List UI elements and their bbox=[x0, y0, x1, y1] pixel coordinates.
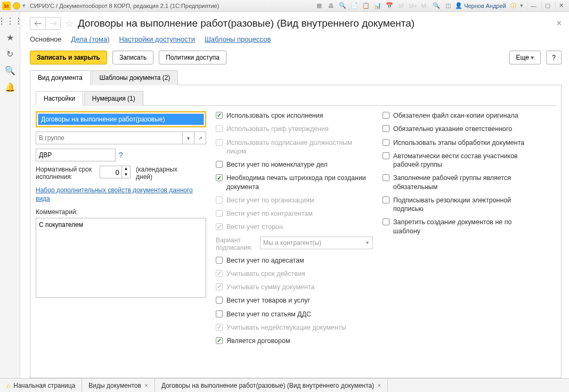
checkbox-box[interactable] bbox=[383, 218, 389, 225]
checkbox-box[interactable] bbox=[383, 112, 389, 119]
main-content: 🡠 🡢 ☆ Договоры на выполнение работ(разов… bbox=[20, 12, 569, 378]
checkbox-d5[interactable]: Заполнение рабочей группы является обяза… bbox=[383, 174, 534, 191]
checkbox-label: Использовать этапы обработки документа bbox=[393, 138, 524, 147]
close-window-button[interactable]: ✕ bbox=[555, 2, 567, 10]
toolbar-icon[interactable]: ▦ bbox=[314, 1, 324, 11]
more-button[interactable]: Еще bbox=[509, 51, 541, 64]
calc-icon[interactable]: 📊 bbox=[373, 1, 383, 11]
checkbox-c3: Использовать подписание должностным лицо… bbox=[216, 138, 373, 156]
favorite-star-icon[interactable]: ☆ bbox=[65, 18, 74, 29]
close-page-button[interactable]: × bbox=[557, 19, 562, 28]
panel-icon[interactable]: ◫ bbox=[443, 1, 453, 11]
tab-doctype[interactable]: Вид документа bbox=[30, 70, 91, 85]
checkbox-c12[interactable]: Вести учет товаров и услуг bbox=[216, 296, 373, 305]
calendar-icon[interactable]: 📅 bbox=[385, 1, 394, 11]
checkbox-c10: Учитывать срок действия bbox=[216, 270, 373, 278]
print-icon[interactable]: 🖶 bbox=[326, 1, 336, 11]
history-icon[interactable]: ↻ bbox=[6, 49, 13, 59]
user-label[interactable]: 👤Чернов Андрей bbox=[455, 2, 506, 9]
checkbox-c9[interactable]: Вести учет по адресатам bbox=[216, 256, 373, 265]
checkbox-box[interactable] bbox=[216, 311, 223, 317]
nav-templates[interactable]: Шаблоны процессов bbox=[205, 35, 271, 43]
checkbox-d2[interactable]: Обязательно указание ответственного bbox=[383, 125, 534, 133]
window-title: СИРИУС / Документооборот 8 КОРП, редакци… bbox=[30, 3, 219, 9]
subtab-settings[interactable]: Настройки bbox=[36, 91, 83, 106]
copy-icon[interactable]: 📋 bbox=[361, 1, 371, 11]
notifications-icon[interactable]: 🔔 bbox=[5, 82, 15, 92]
minimize-button[interactable]: — bbox=[527, 2, 539, 10]
back-button[interactable]: 🡠 bbox=[30, 18, 45, 29]
checkbox-label: Вести учет по адресатам bbox=[226, 256, 304, 265]
tab-doc-templates[interactable]: Шаблоны документа (2) bbox=[92, 70, 178, 85]
mem-m-icon[interactable]: М bbox=[396, 1, 406, 11]
zoom-icon[interactable]: 🔍 bbox=[432, 1, 441, 11]
save-and-close-button[interactable]: Записать и закрыть bbox=[30, 51, 107, 64]
checkbox-box[interactable] bbox=[383, 152, 389, 159]
sections-icon[interactable]: ⋮⋮⋮ bbox=[0, 16, 23, 26]
group-dropdown-button[interactable]: ▾ bbox=[183, 132, 194, 144]
checkbox-d1[interactable]: Обязателен файл скан-копии оригинала bbox=[383, 111, 534, 120]
close-tab-icon[interactable]: × bbox=[377, 382, 381, 389]
norm-spinner[interactable]: ▲▼ bbox=[100, 166, 131, 178]
code-input[interactable] bbox=[36, 149, 116, 161]
checkbox-box[interactable] bbox=[216, 112, 223, 119]
close-tab-icon[interactable]: × bbox=[144, 382, 148, 389]
checks-column-2: Использовать срок исполненияИспользовать… bbox=[216, 111, 373, 350]
info-dropdown-icon[interactable]: ▾ bbox=[520, 2, 525, 9]
forward-button[interactable]: 🡢 bbox=[45, 18, 60, 29]
titlebar-dropdown-icon[interactable]: ▾ bbox=[22, 2, 28, 9]
search-sidebar-icon[interactable]: 🔍 bbox=[5, 66, 15, 76]
mem-mplus-icon[interactable]: М+ bbox=[408, 1, 418, 11]
app-logo-icon: 1c bbox=[2, 2, 11, 10]
app-round-icon bbox=[13, 2, 20, 10]
nav-main[interactable]: Основное bbox=[30, 35, 62, 43]
bottom-tab-doctypes[interactable]: Виды документов× bbox=[82, 379, 155, 392]
search-icon[interactable]: 🔍 bbox=[338, 1, 347, 11]
norm-value-input[interactable] bbox=[100, 166, 122, 178]
comment-textarea[interactable]: С покупателем bbox=[36, 218, 206, 298]
save-button[interactable]: Записать bbox=[112, 51, 153, 64]
info-icon[interactable]: ⓘ bbox=[508, 1, 518, 11]
variant-value: Мы и контрагент(ы) bbox=[263, 239, 321, 247]
checkbox-d3[interactable]: Использовать этапы обработки документа bbox=[383, 138, 534, 147]
doc-icon[interactable]: 📄 bbox=[349, 1, 359, 11]
checkbox-box[interactable] bbox=[383, 125, 389, 132]
norm-label: Нормативный срок исполнения: bbox=[36, 166, 94, 181]
checkbox-box[interactable] bbox=[383, 139, 389, 146]
checkbox-box[interactable] bbox=[216, 297, 223, 304]
mem-mminus-icon[interactable]: М- bbox=[420, 1, 429, 11]
checkbox-d4[interactable]: Автоматически вести состав участников ра… bbox=[383, 152, 534, 169]
window-titlebar: 1c ▾ СИРИУС / Документооборот 8 КОРП, ре… bbox=[0, 0, 569, 12]
group-open-button[interactable]: ↗ bbox=[194, 132, 206, 144]
subtab-numbering[interactable]: Нумерация (1) bbox=[84, 91, 143, 106]
checkbox-box[interactable] bbox=[383, 197, 389, 203]
checkbox-c15[interactable]: Является договором bbox=[216, 337, 373, 345]
checkbox-d7[interactable]: Запретить создание документов не по шабл… bbox=[383, 218, 534, 235]
checkbox-box[interactable] bbox=[216, 337, 223, 344]
checkbox-box[interactable] bbox=[216, 174, 223, 181]
spin-down-icon[interactable]: ▼ bbox=[122, 172, 130, 178]
checkbox-d6[interactable]: Подписывать резолюции электронной подпис… bbox=[383, 196, 534, 214]
maximize-button[interactable]: ▢ bbox=[541, 2, 553, 10]
checkbox-c1[interactable]: Использовать срок исполнения bbox=[216, 111, 373, 120]
nav-access[interactable]: Настройки доступности bbox=[119, 35, 194, 43]
help-button[interactable]: ? bbox=[546, 51, 562, 64]
checkbox-c4[interactable]: Вести учет по номенклатуре дел bbox=[216, 160, 373, 169]
checkbox-box[interactable] bbox=[383, 174, 389, 181]
code-help-icon[interactable]: ? bbox=[119, 151, 123, 159]
bottom-tab-home[interactable]: ⌂Начальная страница bbox=[0, 379, 82, 392]
spin-up-icon[interactable]: ▲ bbox=[122, 166, 130, 172]
checkbox-c5[interactable]: Необходима печать штрихкода при создании… bbox=[216, 174, 373, 191]
propset-link[interactable]: Набор дополнительных свойств документов … bbox=[36, 186, 206, 203]
checkbox-c13[interactable]: Вести учет по статьям ДДС bbox=[216, 310, 373, 318]
group-input[interactable] bbox=[36, 132, 183, 144]
checkbox-box[interactable] bbox=[216, 161, 223, 168]
checkbox-c11: Учитывать сумму документа bbox=[216, 283, 373, 291]
name-input[interactable] bbox=[38, 113, 204, 125]
bottom-tab-current[interactable]: Договоры на выполнение работ(разовые) (В… bbox=[155, 379, 388, 392]
checkbox-box[interactable] bbox=[216, 257, 223, 264]
policies-button[interactable]: Политики доступа bbox=[159, 51, 226, 64]
checkbox-label: Вести учет по организациям bbox=[226, 196, 314, 205]
nav-dela[interactable]: Дела (тома) bbox=[71, 35, 110, 43]
favorites-icon[interactable]: ★ bbox=[6, 32, 14, 43]
